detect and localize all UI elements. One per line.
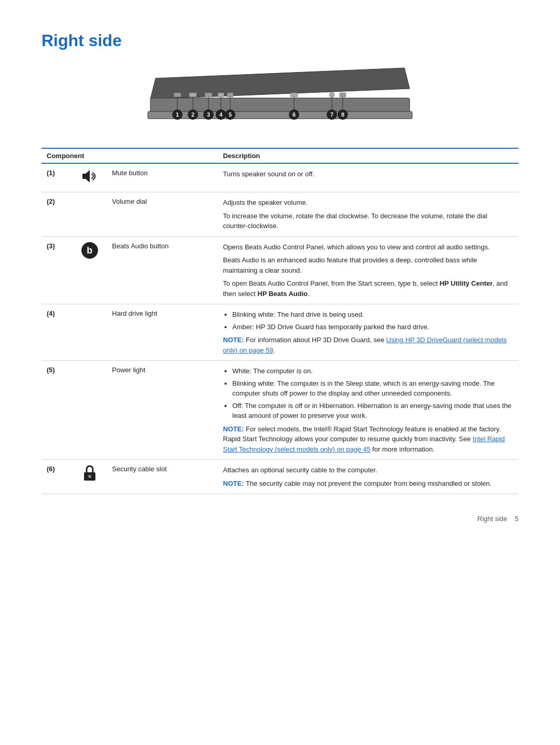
row-number: (2): [41, 192, 72, 237]
desc-paragraph: Attaches an optional security cable to t…: [223, 465, 513, 475]
svg-rect-5: [205, 93, 212, 97]
beats-icon: b: [81, 242, 98, 259]
svg-rect-3: [174, 93, 181, 97]
row-component-name: Volume dial: [107, 192, 218, 237]
table-row: (3)bBeats Audio buttonOpens Beats Audio …: [41, 236, 519, 304]
svg-point-9: [329, 92, 334, 97]
svg-marker-35: [82, 170, 90, 182]
desc-bullet-item: Blinking white: The hard drive is being …: [232, 310, 513, 320]
row-icon: [72, 163, 107, 192]
page-footer: Right side 5: [41, 515, 519, 523]
row-icon: b: [72, 236, 107, 304]
desc-bullet-item: White: The computer is on.: [232, 366, 513, 376]
row-component-name: Mute button: [107, 163, 218, 192]
desc-bullet-item: Amber: HP 3D Drive Guard has temporarily…: [232, 322, 513, 332]
svg-rect-8: [290, 93, 298, 97]
footer-text: Right side 5: [478, 515, 519, 523]
row-number: (3): [41, 236, 72, 304]
svg-rect-4: [189, 93, 197, 97]
row-description: Turns speaker sound on or off.: [218, 163, 519, 192]
svg-text:1: 1: [176, 111, 179, 118]
note-label: NOTE:: [223, 336, 246, 344]
row-description: Attaches an optional security cable to t…: [218, 460, 519, 494]
row-icon: [72, 460, 107, 494]
row-number: (4): [41, 304, 72, 361]
desc-note: NOTE: For information about HP 3D Drive …: [223, 335, 513, 355]
mute-icon: [80, 169, 99, 184]
svg-text:6: 6: [292, 111, 296, 118]
components-table: Component Description (1) Mute buttonTur…: [41, 148, 519, 494]
desc-paragraph: Turns speaker sound on or off.: [223, 169, 513, 179]
svg-text:7: 7: [330, 111, 333, 118]
row-description: Adjusts the speaker volume.To increase t…: [218, 192, 519, 237]
svg-rect-7: [227, 93, 233, 97]
desc-bullet-item: Off: The computer is off or in Hibernati…: [232, 401, 513, 421]
desc-note: NOTE: The security cable may not prevent…: [223, 479, 513, 489]
row-component-name: Hard drive light: [107, 304, 218, 361]
desc-bullet-item: Blinking white: The computer is in the S…: [232, 378, 513, 399]
row-icon: [72, 361, 107, 460]
row-component-name: Beats Audio button: [107, 236, 218, 304]
table-row: (1) Mute buttonTurns speaker sound on or…: [41, 163, 519, 192]
note-link[interactable]: Intel Rapid Start Technology (select mod…: [223, 435, 505, 453]
col-description-header: Description: [218, 148, 519, 163]
note-link[interactable]: Using HP 3D DriveGuard (select models on…: [223, 336, 507, 354]
svg-rect-10: [340, 93, 346, 97]
svg-rect-1: [150, 98, 410, 113]
table-row: (2)Volume dialAdjusts the speaker volume…: [41, 192, 519, 237]
table-row: (4)Hard drive lightBlinking white: The h…: [41, 304, 519, 361]
svg-text:2: 2: [191, 111, 194, 118]
desc-paragraph: Opens Beats Audio Control Panel, which a…: [223, 242, 513, 252]
table-header: Component Description: [41, 148, 519, 163]
row-component-name: Security cable slot: [107, 460, 218, 494]
svg-text:4: 4: [219, 111, 223, 118]
svg-text:3: 3: [207, 111, 210, 118]
row-icon: [72, 304, 107, 361]
row-description: Opens Beats Audio Control Panel, which a…: [218, 236, 519, 304]
row-component-name: Power light: [107, 361, 218, 460]
svg-point-37: [88, 475, 91, 478]
table-row: (5)Power lightWhite: The computer is on.…: [41, 361, 519, 460]
svg-rect-6: [218, 93, 224, 97]
desc-paragraph: To increase the volume, rotate the dial …: [223, 211, 513, 231]
svg-text:8: 8: [341, 111, 344, 118]
svg-text:5: 5: [229, 111, 232, 118]
page-title: Right side: [41, 31, 519, 50]
lock-icon: [82, 465, 97, 482]
desc-paragraph: To open Beats Audio Control Panel, from …: [223, 278, 513, 299]
row-number: (1): [41, 163, 72, 192]
laptop-diagram: 1 2 3 4 5 6 7 8: [145, 63, 415, 135]
row-number: (6): [41, 460, 72, 494]
row-number: (5): [41, 361, 72, 460]
desc-paragraph: Beats Audio is an enhanced audio feature…: [223, 255, 513, 275]
row-description: Blinking white: The hard drive is being …: [218, 304, 519, 361]
desc-bullets: Blinking white: The hard drive is being …: [223, 310, 513, 332]
desc-note: NOTE: For select models, the Intel® Rapi…: [223, 424, 513, 455]
note-label: NOTE:: [223, 425, 246, 433]
row-icon: [72, 192, 107, 237]
svg-rect-2: [148, 111, 412, 119]
row-description: White: The computer is on.Blinking white…: [218, 361, 519, 460]
table-row: (6) Security cable slotAttaches an optio…: [41, 460, 519, 494]
note-label: NOTE:: [223, 480, 246, 487]
col-component-header: Component: [41, 148, 218, 163]
desc-paragraph: Adjusts the speaker volume.: [223, 198, 513, 208]
desc-bullets: White: The computer is on.Blinking white…: [223, 366, 513, 421]
